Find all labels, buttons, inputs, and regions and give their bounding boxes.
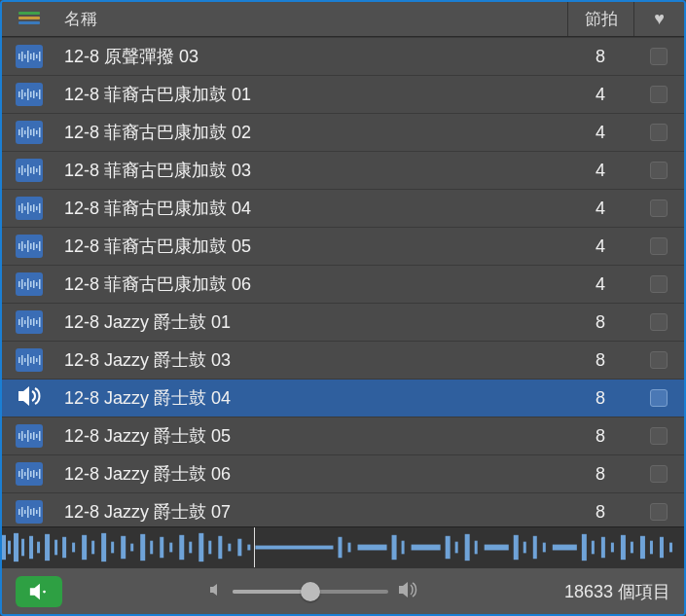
column-header-name[interactable]: 名稱 bbox=[56, 8, 567, 30]
svg-rect-54 bbox=[36, 282, 38, 286]
loop-beats-value: 4 bbox=[567, 114, 633, 151]
favorite-checkbox[interactable] bbox=[650, 427, 668, 445]
favorite-cell[interactable] bbox=[633, 455, 684, 492]
svg-rect-55 bbox=[39, 279, 41, 289]
loop-name-label: 12-8 Jazzy 爵士鼓 07 bbox=[56, 500, 567, 524]
loop-name-label: 12-8 原聲彈撥 03 bbox=[56, 45, 567, 68]
svg-rect-145 bbox=[611, 543, 614, 553]
table-row[interactable]: 12-8 菲裔古巴康加鼓 01 4 bbox=[2, 75, 684, 113]
volume-slider-thumb[interactable] bbox=[301, 582, 320, 601]
favorite-cell[interactable] bbox=[633, 152, 684, 189]
table-row[interactable]: 12-8 菲裔古巴康加鼓 04 4 bbox=[2, 189, 684, 227]
favorite-cell[interactable] bbox=[633, 304, 684, 341]
svg-rect-7 bbox=[39, 52, 41, 61]
favorite-cell[interactable] bbox=[633, 190, 684, 227]
table-row[interactable]: 12-8 菲裔古巴康加鼓 03 4 bbox=[2, 151, 684, 189]
svg-rect-112 bbox=[130, 544, 133, 552]
svg-rect-2 bbox=[24, 54, 26, 58]
svg-rect-24 bbox=[18, 167, 20, 173]
audio-loop-icon bbox=[16, 500, 43, 524]
svg-rect-59 bbox=[27, 316, 29, 328]
column-header-favorite[interactable]: ♥ bbox=[633, 2, 684, 36]
svg-rect-10 bbox=[24, 92, 26, 96]
svg-rect-72 bbox=[18, 433, 20, 439]
svg-rect-53 bbox=[33, 280, 35, 288]
favorite-cell[interactable] bbox=[633, 38, 684, 75]
svg-rect-107 bbox=[82, 535, 87, 560]
table-row[interactable]: 12-8 Jazzy 爵士鼓 03 8 bbox=[2, 341, 684, 379]
favorite-checkbox[interactable] bbox=[650, 124, 668, 141]
footer-bar: 18633 個項目 bbox=[2, 567, 684, 614]
row-icon-cell bbox=[2, 348, 56, 372]
loop-name-label: 12-8 菲裔古巴康加鼓 03 bbox=[56, 159, 567, 182]
svg-rect-142 bbox=[582, 534, 587, 561]
column-header-beats[interactable]: 節拍 bbox=[567, 2, 633, 36]
view-mode-toggle[interactable] bbox=[2, 12, 56, 27]
svg-rect-138 bbox=[524, 542, 526, 554]
favorite-checkbox[interactable] bbox=[650, 199, 668, 217]
svg-rect-69 bbox=[33, 356, 35, 364]
svg-rect-114 bbox=[150, 541, 153, 555]
loop-beats-value: 8 bbox=[567, 417, 633, 454]
favorite-checkbox[interactable] bbox=[650, 237, 668, 255]
favorite-checkbox[interactable] bbox=[650, 86, 668, 103]
loop-name-label: 12-8 Jazzy 爵士鼓 05 bbox=[56, 424, 567, 448]
row-icon-cell bbox=[2, 272, 56, 296]
table-row[interactable]: 12-8 菲裔古巴康加鼓 02 4 bbox=[2, 113, 684, 151]
svg-rect-146 bbox=[621, 535, 626, 560]
favorite-cell[interactable] bbox=[633, 76, 684, 113]
table-row[interactable]: 12-8 Jazzy 爵士鼓 07 8 bbox=[2, 492, 684, 526]
waveform-preview[interactable] bbox=[2, 526, 684, 567]
favorite-checkbox[interactable] bbox=[650, 313, 668, 331]
table-row[interactable]: 12-8 菲裔古巴康加鼓 05 4 bbox=[2, 227, 684, 265]
table-row[interactable]: 12-8 Jazzy 爵士鼓 01 8 bbox=[2, 303, 684, 341]
svg-rect-105 bbox=[62, 537, 66, 558]
table-row[interactable]: 12-8 Jazzy 爵士鼓 05 8 bbox=[2, 417, 684, 454]
row-icon-cell bbox=[2, 121, 56, 144]
svg-rect-87 bbox=[39, 469, 41, 479]
favorite-cell[interactable] bbox=[633, 417, 684, 454]
svg-rect-8 bbox=[18, 91, 20, 97]
favorite-checkbox[interactable] bbox=[650, 465, 668, 483]
volume-slider[interactable] bbox=[233, 590, 388, 594]
loop-name-label: 12-8 菲裔古巴康加鼓 04 bbox=[56, 197, 567, 220]
favorite-checkbox[interactable] bbox=[650, 275, 668, 293]
svg-rect-65 bbox=[21, 355, 23, 365]
svg-rect-121 bbox=[218, 536, 222, 559]
favorite-checkbox[interactable] bbox=[650, 351, 668, 369]
row-icon-cell bbox=[2, 235, 56, 258]
favorite-checkbox[interactable] bbox=[650, 162, 668, 179]
table-row[interactable]: 12-8 Jazzy 爵士鼓 04 8 bbox=[2, 379, 684, 417]
svg-rect-68 bbox=[30, 357, 32, 363]
svg-rect-124 bbox=[247, 545, 250, 551]
favorite-cell[interactable] bbox=[633, 228, 684, 265]
favorite-cell[interactable] bbox=[633, 266, 684, 303]
svg-rect-76 bbox=[30, 433, 32, 439]
svg-rect-141 bbox=[553, 545, 577, 551]
svg-rect-82 bbox=[24, 472, 26, 476]
favorite-cell[interactable] bbox=[633, 114, 684, 151]
svg-rect-40 bbox=[18, 243, 20, 249]
playhead-marker[interactable] bbox=[254, 527, 255, 567]
svg-rect-1 bbox=[21, 52, 23, 61]
volume-low-icon bbox=[209, 583, 223, 600]
svg-rect-144 bbox=[601, 537, 605, 558]
favorite-checkbox[interactable] bbox=[650, 48, 668, 65]
svg-rect-135 bbox=[475, 541, 478, 555]
svg-rect-17 bbox=[21, 127, 23, 137]
favorite-cell[interactable] bbox=[633, 493, 684, 526]
row-icon-cell bbox=[2, 197, 56, 220]
table-row[interactable]: 12-8 原聲彈撥 03 8 bbox=[2, 37, 684, 75]
loop-name-label: 12-8 菲裔古巴康加鼓 01 bbox=[56, 83, 567, 106]
svg-rect-29 bbox=[33, 166, 35, 174]
favorite-checkbox[interactable] bbox=[650, 389, 668, 407]
favorite-cell[interactable] bbox=[633, 380, 684, 417]
preview-play-button[interactable] bbox=[16, 576, 62, 607]
table-row[interactable]: 12-8 菲裔古巴康加鼓 06 4 bbox=[2, 265, 684, 303]
favorite-checkbox[interactable] bbox=[650, 503, 668, 521]
table-row[interactable]: 12-8 Jazzy 爵士鼓 06 8 bbox=[2, 454, 684, 492]
svg-rect-85 bbox=[33, 470, 35, 478]
favorite-cell[interactable] bbox=[633, 342, 684, 379]
loop-beats-value: 4 bbox=[567, 76, 633, 113]
svg-rect-28 bbox=[30, 167, 32, 173]
